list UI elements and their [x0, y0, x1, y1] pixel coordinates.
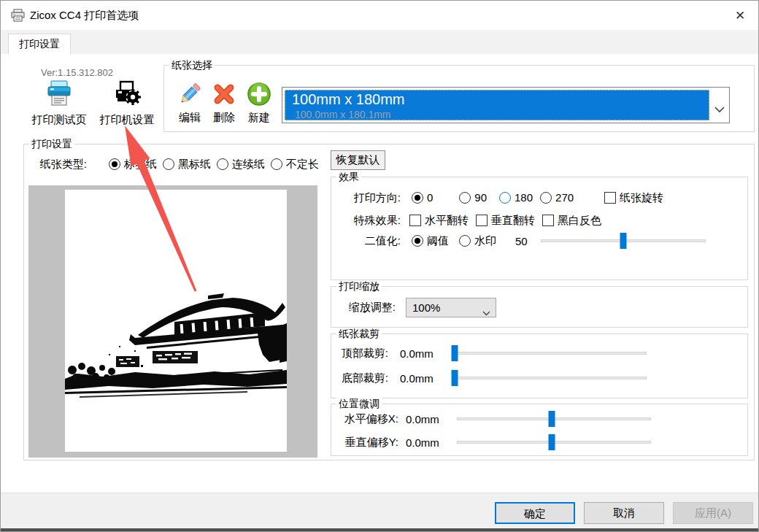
offset-group: 位置微调 水平偏移X: 0.0mm 垂直偏移Y: 0.0mm: [331, 404, 748, 456]
slider-track[interactable]: [452, 377, 647, 379]
effects-group-label: 效果: [336, 171, 361, 184]
printer-setup-label: 打印机设置: [92, 113, 162, 127]
scaling-combobox[interactable]: 100%: [406, 298, 496, 317]
crop-top-slider[interactable]: [452, 345, 647, 361]
crop-top-value: 0.0mm: [400, 347, 434, 360]
printer-setup-button[interactable]: 打印机设置: [92, 80, 162, 127]
print-preview-area: [28, 185, 317, 458]
crop-bottom-value: 0.0mm: [400, 372, 434, 385]
scaling-group-label: 打印缩放: [336, 280, 382, 293]
dialog-footer: 确定 取消 应用(A): [1, 493, 758, 528]
radio-paper-type-variable[interactable]: 不定长: [271, 158, 319, 171]
crop-bottom-row: 底部裁剪: 0.0mm: [331, 371, 740, 385]
radio-icon: [412, 192, 423, 204]
special-effects-label: 特殊效果:: [331, 214, 401, 228]
ok-button[interactable]: 确定: [495, 502, 575, 524]
slider-thumb[interactable]: [549, 434, 555, 450]
offset-x-slider[interactable]: [457, 411, 651, 427]
checkbox-icon: [476, 215, 488, 226]
cancel-button[interactable]: 取消: [584, 502, 664, 524]
binarize-label: 二值化:: [331, 234, 401, 248]
print-preview-paper: [65, 190, 287, 452]
new-paper-button[interactable]: 新建: [242, 82, 276, 125]
radio-watermark[interactable]: 水印: [459, 234, 496, 248]
window-bottom-edge: [1, 528, 758, 532]
crop-top-label: 顶部裁剪:: [331, 347, 388, 361]
radio-icon: [271, 158, 282, 170]
chevron-down-icon: [482, 306, 490, 319]
offset-x-label: 水平偏移X:: [331, 412, 398, 426]
radio-icon: [412, 235, 423, 247]
radio-orientation-180[interactable]: 180: [499, 191, 533, 204]
effects-group: 效果 打印方向: 0 90 180 270 纸张旋转 特殊效果: 水平翻转 垂直…: [331, 177, 748, 280]
paper-select-group: 纸张选择 编辑: [163, 65, 755, 132]
offset-group-label: 位置微调: [336, 398, 382, 411]
radio-icon: [163, 158, 174, 170]
slider-thumb[interactable]: [451, 370, 458, 386]
scaling-value: 100%: [412, 301, 440, 314]
radio-paper-type-label-paper[interactable]: 标签纸: [109, 158, 157, 171]
binarize-row: 二值化: 阈值 水印 50: [331, 234, 740, 248]
restore-default-button[interactable]: 恢复默认: [331, 150, 385, 170]
crop-bottom-slider[interactable]: [452, 370, 647, 386]
radio-threshold[interactable]: 阈值: [412, 234, 449, 248]
preview-image: [65, 190, 287, 452]
scaling-group: 打印缩放 缩放调整: 100%: [331, 286, 748, 328]
special-effects-row: 特殊效果: 水平翻转 垂直翻转 黑白反色: [331, 213, 740, 228]
radio-icon: [109, 158, 120, 170]
crop-top-row: 顶部裁剪: 0.0mm: [331, 346, 740, 361]
delete-paper-button[interactable]: 删除: [207, 82, 241, 125]
paper-type-label: 纸张类型:: [34, 158, 87, 171]
slider-thumb[interactable]: [451, 345, 458, 361]
offset-y-slider[interactable]: [457, 434, 651, 450]
edit-paper-label: 编辑: [173, 111, 207, 125]
crop-group: 纸张裁剪 顶部裁剪: 0.0mm 底部裁剪: 0.0mm: [331, 334, 748, 398]
offset-x-value: 0.0mm: [406, 413, 439, 425]
scaling-row: 缩放调整: 100%: [331, 297, 740, 317]
tab-print-settings[interactable]: 打印设置: [8, 34, 71, 54]
checkbox-invert-bw[interactable]: 黑白反色: [542, 214, 601, 228]
pencil-icon: [177, 96, 202, 109]
binarize-value: 50: [515, 235, 528, 247]
printer-blue-icon: [45, 98, 74, 110]
checkbox-icon: [604, 192, 616, 204]
radio-icon: [459, 192, 471, 204]
paper-size-selected-item: 100mm x 180mm 100.0mm x 180.1mm: [285, 90, 709, 120]
apply-button: 应用(A): [673, 502, 753, 524]
radio-orientation-90[interactable]: 90: [459, 191, 487, 204]
checkbox-flip-horizontal[interactable]: 水平翻转: [409, 214, 469, 228]
slider-thumb[interactable]: [549, 411, 555, 427]
radio-paper-type-blackmark[interactable]: 黑标纸: [163, 158, 211, 171]
paper-size-name: 100mm x 180mm: [292, 91, 405, 108]
edit-paper-button[interactable]: 编辑: [173, 82, 207, 125]
print-settings-group-label: 打印设置: [29, 138, 74, 151]
radio-icon: [217, 158, 228, 170]
orientation-row: 打印方向: 0 90 180 270 纸张旋转: [331, 190, 740, 205]
printer-app-icon: [11, 9, 25, 25]
radio-paper-type-continuous[interactable]: 连续纸: [217, 158, 265, 171]
checkbox-flip-vertical[interactable]: 垂直翻转: [476, 214, 535, 228]
printer-preferences-dialog: Zicox CC4 打印首选项 ✕ 打印设置 Ver:1.15.312.802: [0, 0, 759, 532]
delete-paper-label: 删除: [207, 111, 241, 125]
print-test-page-label: 打印测试页: [24, 113, 94, 127]
orientation-label: 打印方向:: [331, 191, 401, 205]
delete-x-icon: [212, 96, 236, 109]
close-icon[interactable]: ✕: [732, 8, 748, 24]
radio-icon: [499, 192, 511, 204]
version-text: Ver:1.15.312.802: [41, 67, 113, 78]
offset-x-row: 水平偏移X: 0.0mm: [331, 412, 740, 426]
binarize-slider[interactable]: [541, 233, 706, 249]
titlebar: Zicox CC4 打印首选项 ✕: [1, 1, 758, 30]
paper-size-combobox[interactable]: 100mm x 180mm 100.0mm x 180.1mm: [282, 87, 730, 123]
radio-orientation-270[interactable]: 270: [540, 191, 574, 204]
offset-y-row: 垂直偏移Y: 0.0mm: [331, 435, 740, 450]
checkbox-icon: [409, 215, 421, 226]
print-test-page-button[interactable]: 打印测试页: [24, 80, 94, 127]
window-title: Zicox CC4 打印首选项: [30, 9, 139, 23]
checkbox-paper-rotate[interactable]: 纸张旋转: [604, 191, 663, 205]
slider-thumb[interactable]: [620, 233, 626, 249]
slider-track[interactable]: [452, 352, 647, 355]
tab-page: Ver:1.15.312.802 打印测试页: [1, 54, 759, 493]
radio-orientation-0[interactable]: 0: [412, 191, 433, 204]
scaling-label: 缩放调整:: [331, 301, 396, 315]
